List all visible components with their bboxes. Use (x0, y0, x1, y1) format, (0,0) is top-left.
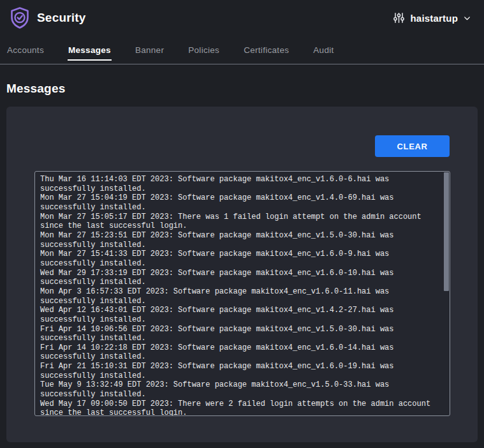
log-scrollbar-thumb[interactable] (444, 172, 449, 291)
message-log[interactable]: Thu Mar 16 11:14:03 EDT 2023: Software p… (34, 171, 450, 416)
chevron-down-icon (463, 14, 471, 22)
log-scrollbar[interactable] (444, 172, 449, 415)
main-content: Messages CLEAR Thu Mar 16 11:14:03 EDT 2… (0, 82, 484, 442)
tab-policies[interactable]: Policies (187, 36, 220, 64)
tab-bar: Accounts Messages Banner Policies Certif… (0, 36, 484, 64)
account-name: haistartup (410, 13, 458, 24)
page-title: Messages (6, 82, 478, 96)
account-menu[interactable]: haistartup (389, 11, 475, 25)
sliders-icon (393, 11, 405, 24)
tab-messages[interactable]: Messages (68, 36, 112, 64)
tab-certificates[interactable]: Certificates (243, 36, 290, 64)
app-brand: Security (9, 6, 86, 29)
shield-check-icon (9, 6, 31, 29)
tab-audit[interactable]: Audit (312, 36, 334, 64)
clear-button[interactable]: CLEAR (375, 135, 450, 157)
messages-panel: CLEAR Thu Mar 16 11:14:03 EDT 2023: Soft… (6, 107, 478, 442)
app-title: Security (37, 11, 86, 25)
tab-accounts[interactable]: Accounts (6, 36, 45, 64)
tab-banner[interactable]: Banner (135, 36, 165, 64)
app-header: Security haistartup (0, 0, 484, 36)
log-text: Thu Mar 16 11:14:03 EDT 2023: Software p… (35, 172, 450, 416)
panel-toolbar: CLEAR (6, 107, 478, 157)
